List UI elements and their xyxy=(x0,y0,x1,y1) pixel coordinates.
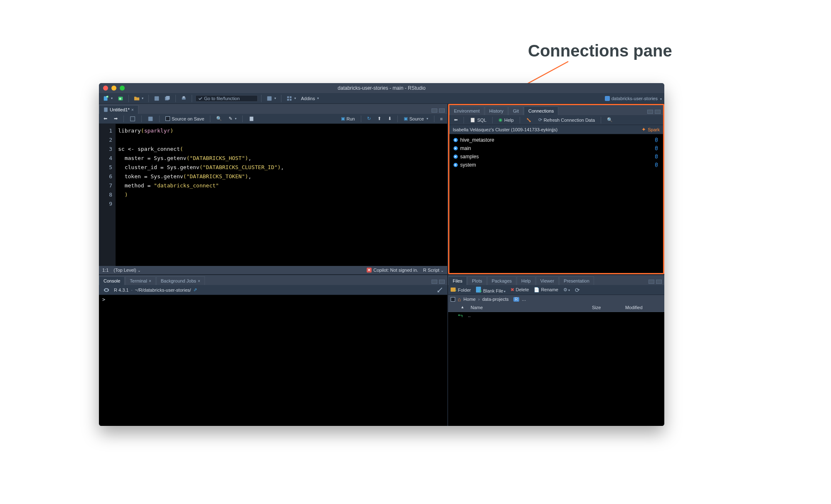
connection-item[interactable]: ▸system🛢 xyxy=(449,161,663,169)
home-icon[interactable] xyxy=(458,296,461,302)
source-down-button[interactable]: ⬇ xyxy=(386,116,394,122)
code-line[interactable] xyxy=(116,135,447,145)
outline-button[interactable]: ≡ xyxy=(438,116,445,122)
copilot-status[interactable]: ✕ Copilot: Not signed in. xyxy=(367,268,418,273)
new-folder-button[interactable]: + Folder xyxy=(451,288,471,293)
expand-icon[interactable]: ▸ xyxy=(454,138,458,142)
tab-connections[interactable]: Connections xyxy=(524,106,558,115)
find-button[interactable]: 🔍 xyxy=(214,116,224,122)
pane-minimize-icon[interactable] xyxy=(649,280,654,284)
show-in-pane-button[interactable] xyxy=(128,116,138,122)
tab-console[interactable]: Console xyxy=(99,276,125,285)
tab-git[interactable]: Git xyxy=(508,106,523,115)
expand-icon[interactable]: ▸ xyxy=(454,163,458,167)
save-all-button[interactable] xyxy=(163,95,172,102)
connection-item[interactable]: ▸main🛢 xyxy=(449,144,663,152)
rerun-button[interactable]: ↻ xyxy=(365,116,373,122)
tab-packages[interactable]: Packages xyxy=(487,276,516,285)
open-file-button[interactable] xyxy=(132,95,145,102)
col-size[interactable]: Size xyxy=(589,304,623,311)
tab-viewer[interactable]: Viewer xyxy=(536,276,559,285)
svg-rect-14 xyxy=(104,108,108,112)
code-line[interactable]: ) xyxy=(116,190,447,199)
expand-icon[interactable]: ▸ xyxy=(454,146,458,150)
conn-sql-button[interactable]: SQL xyxy=(468,117,488,123)
tab-environment[interactable]: Environment xyxy=(449,106,484,115)
editor[interactable]: 123456789 library(sparklyr) sc <- spark_… xyxy=(99,124,447,266)
pane-minimize-icon[interactable] xyxy=(432,280,437,284)
code-line[interactable]: sc <- spark_connect( xyxy=(116,145,447,154)
conn-back-button[interactable]: ⬅ xyxy=(452,117,460,123)
delete-file-button[interactable]: ✖ Delete xyxy=(510,287,529,293)
source-on-save-checkbox[interactable]: Source on Save xyxy=(163,116,206,122)
goto-file-input[interactable]: Go to file/function xyxy=(195,95,258,102)
conn-help-button[interactable]: ◉ Help xyxy=(496,117,516,123)
connection-list[interactable]: ▸hive_metastore🛢▸main🛢▸samples🛢▸system🛢 xyxy=(449,134,663,273)
source-menu[interactable]: ▣ Source xyxy=(402,116,430,122)
source-tab-untitled[interactable]: Untitled1* × xyxy=(99,105,138,114)
new-project-button[interactable] xyxy=(116,95,125,102)
run-button[interactable]: ▣ Run xyxy=(339,116,357,122)
addins-menu[interactable]: Addins xyxy=(299,96,321,101)
code-line[interactable]: master = Sys.getenv("DATABRICKS_HOST"), xyxy=(116,154,447,163)
breadcrumb-folder[interactable]: data-projects xyxy=(482,297,509,302)
tab-plots[interactable]: Plots xyxy=(467,276,486,285)
files-refresh-button[interactable] xyxy=(575,287,580,293)
files-more-menu[interactable] xyxy=(563,287,570,293)
code-line[interactable]: method = "databricks_connect" xyxy=(116,181,447,190)
conn-search-button[interactable]: 🔍 xyxy=(605,117,615,123)
tab-files[interactable]: Files xyxy=(448,276,467,285)
connection-item[interactable]: ▸samples🛢 xyxy=(449,152,663,161)
conn-disconnect-button[interactable] xyxy=(524,117,534,123)
pane-minimize-icon[interactable] xyxy=(647,110,653,114)
grid-button[interactable] xyxy=(285,95,298,102)
project-cube-icon[interactable]: R xyxy=(513,297,519,302)
new-file-button[interactable] xyxy=(101,95,114,102)
source-up-button[interactable]: ⬆ xyxy=(375,116,383,122)
save-button[interactable] xyxy=(152,95,161,102)
code-line[interactable]: token = Sys.getenv("DATABRICKS_TOKEN"), xyxy=(116,172,447,181)
pane-maximize-icon[interactable] xyxy=(439,280,445,284)
file-row[interactable]: ⮢.. xyxy=(448,312,664,319)
connection-item[interactable]: ▸hive_metastore🛢 xyxy=(449,136,663,144)
pane-minimize-icon[interactable] xyxy=(432,108,437,113)
new-blank-file-button[interactable]: + Blank File xyxy=(476,287,506,293)
editor-code[interactable]: library(sparklyr) sc <- spark_connect( m… xyxy=(116,124,447,266)
wand-button[interactable]: ✎ xyxy=(227,116,239,122)
save-file-button[interactable] xyxy=(145,116,155,122)
project-icon xyxy=(605,96,610,101)
col-name[interactable]: Name xyxy=(468,304,589,311)
console-output[interactable]: > xyxy=(99,295,447,426)
scope-label[interactable]: (Top Level) ⌄ xyxy=(113,268,141,273)
conn-refresh-button[interactable]: ⟳ Refresh Connection Data xyxy=(536,117,597,123)
tab-presentation[interactable]: Presentation xyxy=(559,276,594,285)
breadcrumb-home[interactable]: Home xyxy=(464,297,476,302)
select-all-checkbox[interactable] xyxy=(451,297,455,302)
pane-maximize-icon[interactable] xyxy=(655,110,661,114)
cwd-popout-icon[interactable]: ⇗ xyxy=(193,287,197,293)
col-modified[interactable]: Modified xyxy=(623,304,664,311)
tab-terminal[interactable]: Terminal × xyxy=(125,276,155,285)
svg-point-19 xyxy=(105,289,108,291)
code-line[interactable]: library(sparklyr) xyxy=(116,126,447,135)
tab-help[interactable]: Help xyxy=(517,276,535,285)
tab-bgjobs[interactable]: Background Jobs × xyxy=(156,276,205,285)
pane-maximize-icon[interactable] xyxy=(656,280,662,284)
clear-console-button[interactable] xyxy=(435,287,445,293)
lang-label[interactable]: R Script ⌄ xyxy=(423,268,444,273)
tools-button[interactable] xyxy=(265,95,278,102)
nav-fwd-button[interactable]: ➡ xyxy=(112,116,120,122)
compile-report-button[interactable] xyxy=(247,116,256,122)
print-button[interactable] xyxy=(179,95,188,102)
pane-maximize-icon[interactable] xyxy=(439,108,445,113)
close-tab-icon[interactable]: × xyxy=(131,108,134,112)
code-line[interactable] xyxy=(116,199,447,209)
project-menu[interactable]: databricks-user-stories xyxy=(605,96,662,101)
database-icon: 🛢 xyxy=(654,136,659,144)
files-ellipsis-button[interactable]: … xyxy=(522,297,526,302)
code-line[interactable]: cluster_id = Sys.getenv("DATABRICKS_CLUS… xyxy=(116,163,447,172)
rename-button[interactable]: 📄 Rename xyxy=(534,287,558,293)
expand-icon[interactable]: ▸ xyxy=(454,155,458,159)
tab-history[interactable]: History xyxy=(485,106,508,115)
nav-back-button[interactable]: ⬅ xyxy=(101,116,109,122)
